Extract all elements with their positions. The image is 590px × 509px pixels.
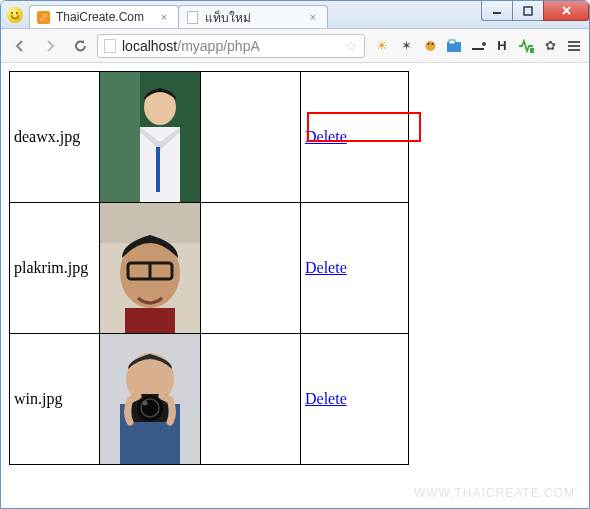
menu-icon[interactable] (565, 37, 583, 55)
smiley-icon (1, 1, 29, 28)
ext-beetle-icon[interactable] (421, 37, 439, 55)
thumbnail-image (100, 203, 200, 333)
page-icon (185, 10, 199, 24)
tab-title: ThaiCreate.Com (56, 10, 152, 24)
svg-rect-9 (472, 48, 484, 50)
tab-thaicreate[interactable]: ThaiCreate.Com × (29, 5, 179, 28)
spacer-cell (201, 334, 301, 465)
xampp-icon (36, 10, 50, 24)
ext-minus-icon[interactable] (469, 37, 487, 55)
svg-rect-8 (449, 40, 455, 44)
action-cell: Delete (301, 334, 409, 465)
page-icon (104, 39, 116, 53)
forward-button[interactable] (37, 33, 63, 59)
filename-cell: win.jpg (10, 334, 100, 465)
tab-new[interactable]: แท็บใหม่ × (178, 5, 328, 28)
action-cell: Delete (301, 203, 409, 334)
ext-sun-icon[interactable]: ☀ (373, 37, 391, 55)
svg-rect-11 (530, 48, 534, 53)
spacer-cell (201, 72, 301, 203)
tab-title: แท็บใหม่ (205, 8, 301, 27)
ext-gear-icon[interactable]: ✿ (541, 37, 559, 55)
reload-button[interactable] (67, 33, 93, 59)
svg-rect-16 (100, 72, 140, 202)
filename-cell: plakrim.jpg (10, 203, 100, 334)
table-row: plakrim.jpg (10, 203, 409, 334)
browser-window: ThaiCreate.Com × แท็บใหม่ × localhost/my… (0, 0, 590, 509)
svg-rect-19 (156, 147, 160, 192)
spacer-cell (201, 203, 301, 334)
delete-link[interactable]: Delete (305, 390, 347, 407)
ext-pulse-icon[interactable] (517, 37, 535, 55)
toolbar: localhost/myapp/phpA ☆ ☀ ✶ H ✿ (1, 29, 589, 63)
close-icon[interactable]: × (307, 11, 319, 23)
url-host: localhost (122, 38, 177, 54)
thumbnail-image (100, 334, 200, 464)
url-bar[interactable]: localhost/myapp/phpA ☆ (97, 34, 365, 58)
ext-h-icon[interactable]: H (493, 37, 511, 55)
svg-point-6 (431, 43, 433, 45)
images-table: deawx.jpg De (9, 71, 409, 465)
window-controls (482, 1, 589, 28)
action-cell: Delete (301, 72, 409, 203)
titlebar: ThaiCreate.Com × แท็บใหม่ × (1, 1, 589, 29)
filename-cell: deawx.jpg (10, 72, 100, 203)
close-icon[interactable]: × (158, 11, 170, 23)
thumbnail-image (100, 72, 200, 202)
bookmark-star-icon[interactable]: ☆ (345, 38, 358, 54)
svg-rect-1 (524, 7, 532, 15)
svg-rect-25 (125, 308, 175, 333)
svg-point-5 (427, 43, 429, 45)
extension-icons: ☀ ✶ H ✿ (369, 37, 583, 55)
maximize-button[interactable] (512, 1, 544, 21)
back-button[interactable] (7, 33, 33, 59)
minimize-button[interactable] (481, 1, 513, 21)
delete-link[interactable]: Delete (305, 128, 347, 145)
image-cell (100, 203, 201, 334)
delete-link[interactable]: Delete (305, 259, 347, 276)
watermark: WWW.THAICREATE.COM (414, 486, 575, 500)
image-cell (100, 334, 201, 465)
url-path: /myapp/phpA (177, 38, 260, 54)
table-row: win.jpg (10, 334, 409, 465)
svg-point-4 (425, 41, 435, 51)
ext-screenshot-icon[interactable] (445, 37, 463, 55)
svg-point-32 (143, 401, 148, 406)
table-row: deawx.jpg De (10, 72, 409, 203)
close-button[interactable] (543, 1, 589, 21)
page-content: deawx.jpg De (1, 63, 589, 509)
image-cell (100, 72, 201, 203)
tabstrip: ThaiCreate.Com × แท็บใหม่ × (29, 1, 482, 28)
svg-point-10 (482, 42, 486, 46)
ext-bug-icon[interactable]: ✶ (397, 37, 415, 55)
